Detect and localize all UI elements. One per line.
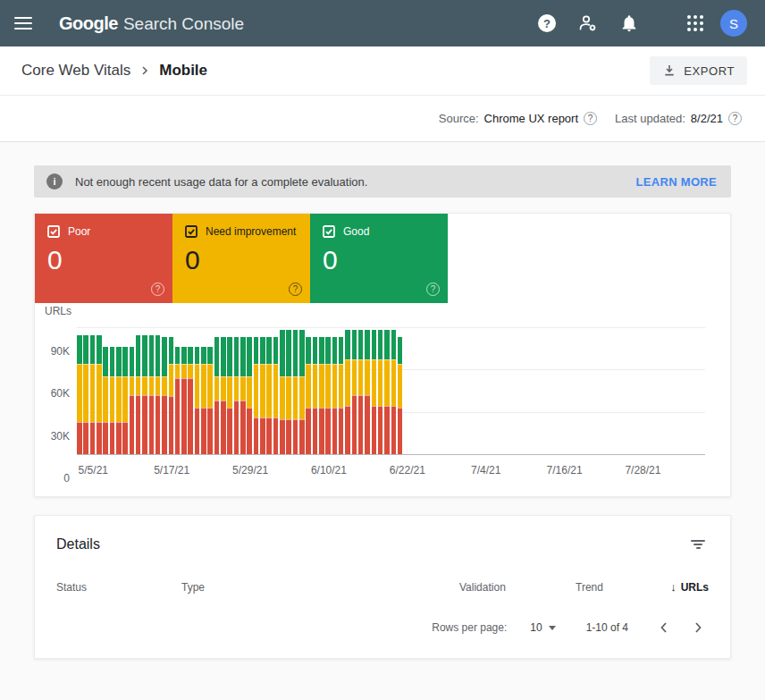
bar-segment-poor (201, 408, 206, 454)
chevron-right-icon (139, 65, 150, 76)
hamburger-menu-icon[interactable] (14, 13, 36, 34)
bar-segment-need-improvement (372, 359, 377, 406)
bar-segment-poor (240, 401, 246, 454)
chart-bar-5/24/21 (214, 337, 220, 454)
x-tick-label: 5/17/21 (154, 464, 189, 477)
bar-segment-good (391, 330, 397, 359)
help-button[interactable]: ? (531, 7, 563, 39)
column-header-urls[interactable]: ↓ URLs (652, 580, 709, 594)
bar-segment-poor (266, 417, 272, 454)
bar-segment-poor (398, 408, 403, 454)
bar-segment-good (97, 335, 102, 364)
bar-segment-need-improvement (201, 364, 206, 408)
gridline (77, 327, 705, 328)
chart-bar-5/3/21 (77, 335, 82, 454)
apps-grid-button[interactable] (679, 7, 711, 39)
google-search-console-logo[interactable]: Google Search Console (59, 13, 244, 34)
bar-segment-good (234, 337, 240, 376)
bar-segment-good (188, 347, 193, 364)
x-tick-label: 7/28/21 (625, 464, 660, 477)
previous-page-button[interactable] (653, 617, 675, 638)
last-updated-help-icon[interactable]: ? (728, 112, 742, 125)
bar-segment-poor (227, 408, 232, 454)
bar-segment-good (332, 337, 338, 364)
chart-bar-5/22/21 (201, 347, 206, 454)
bar-segment-good (169, 337, 174, 364)
bar-segment-need-improvement (254, 364, 259, 417)
y-axis: URLs 90K60K30K0 (35, 321, 77, 478)
export-button[interactable]: EXPORT (650, 56, 747, 85)
bar-segment-good (384, 330, 390, 359)
bar-segment-need-improvement (313, 364, 318, 408)
x-tick-label: 7/4/21 (471, 464, 500, 477)
next-page-button[interactable] (687, 617, 709, 638)
status-card-good[interactable]: Good 0 ? (310, 214, 448, 303)
column-header-type[interactable]: Type (181, 581, 459, 594)
card-help-icon[interactable]: ? (151, 283, 164, 296)
notifications-button[interactable] (613, 7, 645, 39)
chart-bar-5/21/21 (195, 347, 200, 454)
column-header-trend[interactable]: Trend (576, 581, 652, 594)
bar-segment-poor (97, 422, 102, 454)
status-card-poor[interactable]: Poor 0 ? (35, 214, 172, 303)
bar-segment-need-improvement (280, 376, 285, 418)
bell-icon (619, 13, 639, 33)
user-settings-button[interactable] (572, 7, 604, 39)
bar-segment-poor (221, 401, 226, 454)
bar-segment-good (181, 347, 187, 364)
bar-segment-good (195, 347, 200, 364)
status-cards: Poor 0 ? Need improvement 0 ? (35, 214, 730, 303)
filter-icon[interactable] (687, 536, 709, 553)
bar-segment-poor (358, 395, 364, 454)
chart-bar-5/15/21 (156, 335, 161, 454)
bar-segment-need-improvement (214, 376, 220, 401)
chart-bar-6/16/21 (365, 330, 370, 454)
chart-bar-5/16/21 (162, 337, 167, 454)
bar-segment-good (130, 347, 135, 376)
report-meta-bar: Source: Chrome UX report ? Last updated:… (0, 96, 765, 142)
bar-segment-poor (142, 395, 147, 454)
learn-more-link[interactable]: LEARN MORE (636, 175, 717, 189)
chart-bar-6/2/21 (273, 337, 279, 454)
card-value: 0 (47, 245, 160, 275)
card-help-icon[interactable]: ? (426, 283, 440, 296)
chart-bar-5/13/21 (142, 335, 147, 454)
bar-segment-poor (254, 417, 259, 454)
rows-per-page-select[interactable]: 10 (530, 621, 555, 634)
app-header: Google Search Console ? (0, 0, 765, 46)
breadcrumb-core-web-vitals[interactable]: Core Web Vitals (21, 62, 130, 80)
bar-segment-need-improvement (207, 364, 213, 408)
column-header-status[interactable]: Status (56, 581, 181, 594)
chart-bar-6/20/21 (391, 330, 397, 454)
info-banner: i Not enough recent usage data for a com… (34, 165, 731, 198)
bar-segment-poor (352, 395, 357, 454)
last-updated-value: 8/2/21 (691, 112, 723, 125)
chart-bar-6/19/21 (384, 330, 390, 454)
bar-segment-need-improvement (247, 376, 252, 408)
chart-bar-6/21/21 (398, 337, 403, 454)
bar-segment-need-improvement (260, 364, 265, 417)
bar-segment-poor (260, 417, 265, 454)
bar-segment-need-improvement (188, 364, 193, 378)
dropdown-caret-icon (549, 626, 556, 630)
account-avatar[interactable]: S (720, 10, 747, 37)
bar-segment-need-improvement (175, 364, 181, 378)
card-value: 0 (323, 245, 435, 275)
chart-bar-5/23/21 (207, 347, 213, 454)
checkbox-checked-icon (185, 225, 198, 238)
status-card-need-improvement[interactable]: Need improvement 0 ? (172, 214, 310, 303)
bar-segment-good (201, 347, 206, 364)
details-panel: Details Status Type Validation Trend ↓ U… (34, 515, 731, 659)
chart-bar-5/30/21 (254, 337, 259, 454)
bar-segment-need-improvement (339, 364, 344, 408)
bar-segment-good (136, 335, 141, 376)
bar-segment-good (247, 337, 252, 376)
bar-segment-good (260, 337, 265, 364)
chart-bar-5/29/21 (247, 337, 252, 454)
y-tick-label: 90K (51, 345, 70, 358)
column-header-validation[interactable]: Validation (459, 581, 576, 594)
bar-segment-need-improvement (319, 364, 324, 408)
chart-bar-6/17/21 (372, 330, 377, 454)
card-help-icon[interactable]: ? (289, 283, 302, 296)
source-help-icon[interactable]: ? (584, 112, 597, 125)
